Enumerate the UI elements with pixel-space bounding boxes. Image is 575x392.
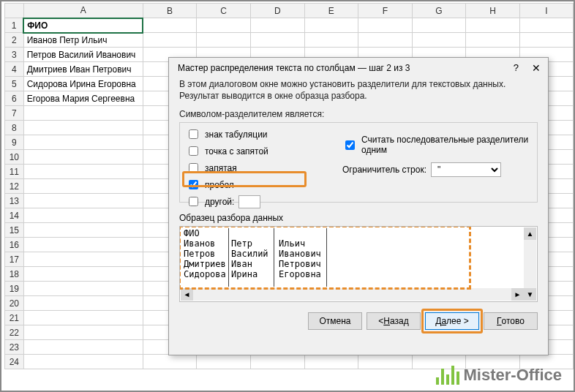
- col-header-F[interactable]: F: [358, 4, 412, 18]
- dialog-title: Мастер распределения текста по столбцам …: [178, 63, 410, 73]
- cell-A1[interactable]: ФИО: [23, 18, 143, 33]
- col-header-H[interactable]: H: [466, 4, 520, 18]
- row-header[interactable]: 18: [5, 267, 24, 282]
- col-header-B[interactable]: B: [143, 4, 197, 18]
- help-icon[interactable]: ?: [514, 62, 519, 74]
- other-label: другой:: [205, 197, 234, 207]
- consecutive-label: Считать последовательные разделители одн…: [361, 135, 537, 155]
- tab-label: знак табуляции: [205, 129, 268, 140]
- row-header[interactable]: 14: [5, 208, 24, 223]
- col-header-A[interactable]: A: [23, 4, 143, 18]
- preview-hscrollbar[interactable]: ◄ ►: [181, 288, 524, 301]
- comma-checkbox[interactable]: [189, 163, 198, 173]
- col-header-G[interactable]: G: [412, 4, 466, 18]
- cell[interactable]: Петров Василий Иванович: [23, 48, 143, 62]
- cell[interactable]: Егорова Мария Сергеевна: [23, 91, 143, 106]
- row-header[interactable]: 11: [5, 165, 24, 179]
- preview-box: ФИО Иванов Петр Ильич Петров Василий Ива…: [179, 226, 538, 302]
- back-button[interactable]: < Назад: [367, 312, 421, 330]
- row-header[interactable]: 19: [5, 282, 24, 296]
- row-header[interactable]: 16: [5, 238, 24, 252]
- row-header[interactable]: 23: [5, 340, 24, 355]
- row-header[interactable]: 1: [5, 18, 24, 33]
- space-label: пробел: [205, 180, 234, 190]
- text-to-columns-wizard: Мастер распределения текста по столбцам …: [168, 57, 549, 355]
- cell[interactable]: Иванов Петр Ильич: [23, 33, 143, 48]
- row-header[interactable]: 3: [5, 48, 24, 62]
- delimiter-label: Символом-разделителем является:: [179, 109, 538, 119]
- select-all-cell[interactable]: [5, 4, 24, 18]
- preview-text: ФИО Иванов Петр Ильич Петров Василий Ива…: [184, 228, 321, 279]
- row-header[interactable]: 24: [5, 355, 24, 369]
- dialog-description: В этом диалоговом окне можно установить …: [169, 77, 548, 106]
- row-header[interactable]: 22: [5, 325, 24, 340]
- row-header[interactable]: 5: [5, 77, 24, 91]
- preview-label: Образец разбора данных: [179, 213, 538, 223]
- logo-text: Mister-Office: [464, 366, 562, 385]
- cell[interactable]: Дмитриев Иван Петрович: [23, 62, 143, 77]
- row-header[interactable]: 20: [5, 296, 24, 311]
- next-button[interactable]: Далее >: [425, 312, 479, 330]
- row-header[interactable]: 12: [5, 179, 24, 194]
- row-header[interactable]: 6: [5, 91, 24, 106]
- close-icon[interactable]: ✕: [532, 62, 541, 74]
- row-header[interactable]: 21: [5, 311, 24, 325]
- scroll-left-icon[interactable]: ◄: [181, 288, 193, 301]
- row-header[interactable]: 7: [5, 106, 24, 121]
- cancel-button[interactable]: Отмена: [308, 312, 362, 330]
- consecutive-checkbox[interactable]: [345, 140, 355, 150]
- row-header[interactable]: 15: [5, 223, 24, 238]
- watermark-logo: Mister-Office: [436, 366, 562, 385]
- scroll-up-icon[interactable]: ▲: [524, 227, 536, 240]
- col-header-D[interactable]: D: [250, 4, 304, 18]
- row-header[interactable]: 9: [5, 135, 24, 150]
- preview-vscrollbar[interactable]: ▲ ▼: [524, 227, 536, 301]
- semicolon-label: точка с запятой: [205, 146, 268, 157]
- text-qualifier-select[interactable]: ": [431, 162, 501, 177]
- cell[interactable]: Сидорова Ирина Егоровна: [23, 77, 143, 91]
- tab-checkbox[interactable]: [189, 129, 198, 139]
- row-header[interactable]: 2: [5, 33, 24, 48]
- col-header-I[interactable]: I: [519, 4, 573, 18]
- comma-label: запятая: [205, 163, 237, 173]
- row-header[interactable]: 8: [5, 121, 24, 135]
- row-header[interactable]: 10: [5, 150, 24, 165]
- row-header[interactable]: 17: [5, 252, 24, 267]
- scroll-down-icon[interactable]: ▼: [524, 288, 536, 301]
- scroll-right-icon[interactable]: ►: [511, 288, 524, 301]
- col-header-E[interactable]: E: [304, 4, 358, 18]
- qualifier-label: Ограничитель строк:: [342, 165, 426, 175]
- logo-bars-icon: [436, 366, 459, 385]
- col-header-C[interactable]: C: [197, 4, 251, 18]
- other-checkbox[interactable]: [189, 197, 198, 206]
- row-header[interactable]: 13: [5, 194, 24, 208]
- other-input[interactable]: [238, 195, 260, 208]
- semicolon-checkbox[interactable]: [189, 146, 198, 156]
- row-header[interactable]: 4: [5, 62, 24, 77]
- finish-button[interactable]: Готово: [484, 312, 538, 330]
- space-checkbox[interactable]: [189, 180, 198, 189]
